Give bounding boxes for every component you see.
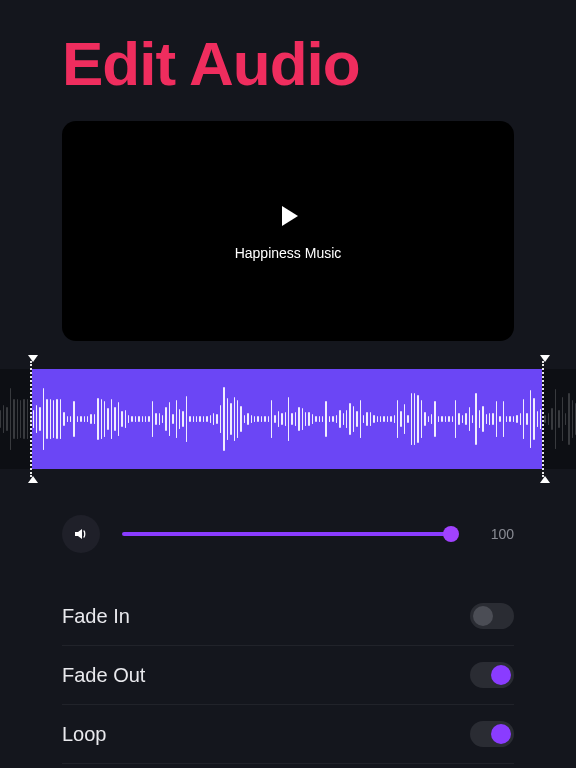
waveform-bar [213, 413, 214, 424]
toggle-knob [473, 606, 493, 626]
waveform-bar [176, 400, 177, 438]
waveform-bar [227, 398, 228, 439]
waveform-bar [186, 396, 187, 442]
waveform-bar [203, 416, 204, 422]
waveform-bar [383, 416, 384, 422]
waveform-bar [43, 388, 44, 450]
waveform-bar [558, 410, 559, 428]
waveform-bar [530, 390, 531, 448]
waveform-bar [339, 410, 340, 428]
waveform-bar [458, 413, 459, 424]
waveform-bar [223, 387, 224, 452]
waveform-bar [6, 407, 7, 432]
option-row-loop: Loop [62, 704, 514, 764]
waveform-bar [155, 413, 156, 425]
waveform-bar [302, 408, 303, 430]
toggle-knob [491, 724, 511, 744]
waveform-bar [73, 401, 74, 437]
waveform-bar [533, 398, 534, 441]
waveform-bar [60, 399, 61, 439]
waveform-bar [271, 400, 272, 437]
waveform-bar [417, 395, 418, 443]
volume-icon [73, 526, 89, 542]
waveform-bar [0, 410, 1, 427]
waveform-bar [142, 416, 143, 422]
waveform-bar [482, 406, 483, 431]
waveform-bar [162, 415, 163, 423]
volume-value: 100 [474, 526, 514, 542]
waveform-bar [53, 400, 54, 438]
waveform-bar [315, 416, 316, 422]
waveform-bar [509, 416, 510, 422]
waveform-bar [428, 416, 429, 422]
volume-button[interactable] [62, 515, 100, 553]
waveform-region[interactable] [0, 369, 576, 469]
waveform-bar [298, 407, 299, 432]
waveform-bar [206, 416, 207, 422]
toggle-fade-out[interactable] [470, 662, 514, 688]
waveform-bar [291, 413, 292, 425]
trim-handle-left[interactable] [30, 361, 32, 477]
waveform-bar [121, 411, 122, 428]
waveform-bar [67, 416, 68, 423]
waveform-bar [216, 414, 217, 423]
volume-row: 100 [62, 515, 514, 553]
waveform-bar [13, 399, 14, 440]
waveform-bar [281, 413, 282, 425]
waveform-bar [128, 415, 129, 423]
waveform-bar [479, 410, 480, 428]
waveform-bar [387, 416, 388, 422]
waveform-bar [274, 415, 275, 423]
waveform-bar [349, 403, 350, 436]
waveform-bar [172, 414, 173, 425]
waveform-bar [455, 400, 456, 438]
waveform-bar [111, 399, 112, 439]
waveform-bar [431, 414, 432, 424]
waveform-bar [421, 400, 422, 439]
toggle-fade-in[interactable] [470, 603, 514, 629]
waveform-bar [138, 416, 139, 422]
page-title: Edit Audio [62, 28, 576, 99]
waveform-bar [411, 393, 412, 444]
waveform-bar [407, 415, 408, 424]
waveform-bar [319, 416, 320, 422]
waveform-bar [562, 397, 563, 442]
waveform-bar [3, 405, 4, 433]
waveform-bar [33, 410, 34, 427]
waveform-bar [548, 413, 549, 424]
waveform-bar [114, 407, 115, 431]
waveform-bar [325, 401, 326, 437]
waveform-bar [544, 415, 545, 423]
volume-slider[interactable] [122, 532, 452, 536]
waveform-bar [131, 416, 132, 423]
waveform-bar [370, 412, 371, 426]
waveform-bar [159, 413, 160, 426]
waveform-bar [278, 411, 279, 427]
option-label: Loop [62, 723, 107, 746]
waveform-bar [565, 413, 566, 425]
waveform-bar [469, 407, 470, 431]
waveform-bar [39, 407, 40, 432]
waveform-bar [506, 416, 507, 422]
play-button[interactable] [273, 201, 303, 231]
waveform-bar [332, 416, 333, 423]
option-row-fade-out: Fade Out [62, 645, 514, 704]
waveform-bar [445, 416, 446, 422]
waveform-bar [118, 402, 119, 437]
waveform-bar [380, 416, 381, 422]
waveform-bar [254, 416, 255, 422]
option-label: Fade Out [62, 664, 145, 687]
waveform-bar [97, 398, 98, 441]
waveform-bar [148, 416, 149, 422]
waveform-bar [87, 416, 88, 423]
waveform-bar [356, 411, 357, 426]
waveform-bar [125, 410, 126, 427]
waveform-bar [572, 400, 573, 439]
trim-handle-right[interactable] [542, 361, 544, 477]
waveform-bar [520, 413, 521, 426]
volume-thumb[interactable] [443, 526, 459, 542]
waveform-bar [10, 388, 11, 450]
waveform-bar [489, 413, 490, 425]
waveform-bar [404, 404, 405, 433]
toggle-loop[interactable] [470, 721, 514, 747]
